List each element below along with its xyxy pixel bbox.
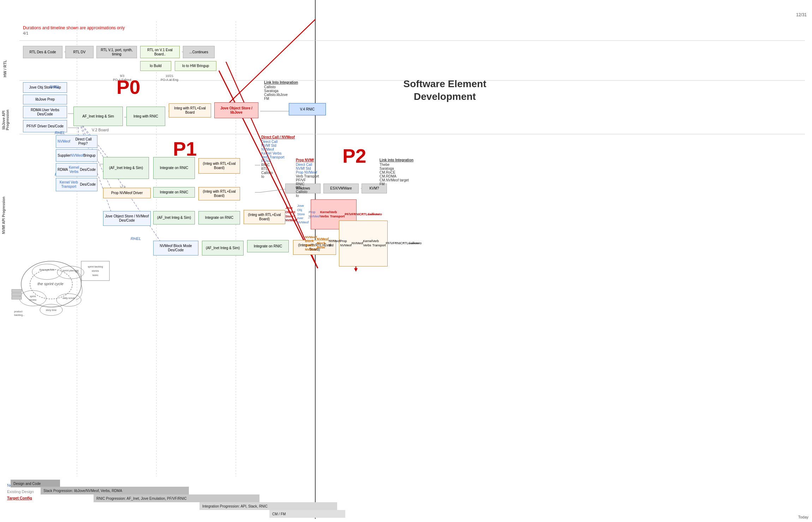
svg-text:backlog...: backlog...: [14, 314, 25, 317]
esx-vmware-box: ESX/VMWare: [323, 184, 359, 193]
svg-text:the sprint cycle: the sprint cycle: [37, 282, 63, 286]
hw-rtl-label: HW / RTL: [3, 51, 7, 86]
integ-rtl-eval-libjove-box: Integ with RTL+Eval Board: [169, 103, 211, 118]
svg-text:daily scrum: daily scrum: [62, 297, 75, 300]
legend-bar-design-code: Design and Code: [11, 480, 60, 487]
link-integration-libjove: Link Into Integration Callisto Saratoga …: [264, 80, 298, 101]
legend-target-config: Target Config: [7, 496, 32, 500]
rtl-v1-box: RTL V.1, port, synth, timing: [96, 46, 137, 58]
nvmf-label: NVMf API Progression: [2, 166, 6, 265]
integrate-rnic-p1-box: Integrate on RNIC: [153, 157, 195, 179]
legend-bar-integration: Integration Progression: API, Stack, RNI…: [199, 502, 337, 510]
supplier-nvmeof-box: Supplier NVMeof Bringup: [56, 149, 97, 162]
rtl-eval-board-box: RTL on V.1 Eval Board..: [140, 46, 180, 58]
io-build-box: Io Build: [140, 61, 171, 71]
af-inet-sim-p4-box: (AF_Inet Integ & Sim): [202, 241, 244, 256]
rtl-des-code-box: RTL Des & Code: [23, 46, 62, 58]
nvmeof-block-result-box: NVMeof Block Mode / NVMeof NVMeof Block …: [339, 221, 388, 266]
rdma-kernel-verbs-box: RDMA Kernel Verbs Des/Code: [56, 163, 97, 176]
integ-rtl-eval-p2-box: (Integ with RTL+Eval Board): [198, 187, 240, 200]
libjove-prep-box: libJove Prep: [23, 95, 67, 104]
rhel-label-1: RHEL: [49, 85, 60, 89]
integrate-rnic-p4-box: Integrate on RNIC: [247, 240, 289, 252]
kernel-verb-transport-box: Kernel Verb Transport Des/Code: [56, 178, 97, 191]
af-inet-sim-p3-box: (AF_Inet Integ & Sim): [153, 211, 195, 224]
af-inet-sim-box: AF_Inet Integ & Sim: [73, 107, 123, 126]
rdma-user-verbs-box: RDMA User Verbs Des/Code: [23, 106, 67, 118]
jove-obj-store-prep-box: Jove Obj Store Prep: [23, 82, 67, 93]
integ-rnic-libjove-box: Integ with RNIC: [126, 107, 165, 126]
p0-date-2: 10/21PO-A at Eng: [161, 74, 178, 82]
sw-element-dev-title: Software Element Development: [395, 78, 494, 103]
svg-text:sprint backlog: sprint backlog: [88, 265, 103, 268]
p2-link-integration: Link into Integration Thebe Saratoga CM.…: [380, 158, 413, 186]
svg-text:product: product: [14, 310, 22, 313]
svg-text:story time: story time: [46, 309, 56, 312]
direct-call-nvmeof-box: Direct Call / NVMeof Direct Call NVMf St…: [261, 135, 295, 179]
rtl-dv-box: RTL DV: [65, 46, 94, 58]
svg-rect-71: [12, 296, 22, 299]
v2-board-label: V.2 Board: [92, 128, 109, 132]
legend-bar-rnic: RNIC Progression: AF_Inet, Jove Emulatio…: [94, 494, 259, 502]
nvmeof-block-mode-box: NVMeof Block Mode Des/Code: [153, 241, 198, 256]
integrate-rnic-p2-box: Integrate on RNIC: [153, 187, 195, 198]
svg-point-62: [56, 294, 81, 306]
svg-text:Retrospective: Retrospective: [40, 269, 55, 271]
disclaimer-text: Durations and timeline shown are approxi…: [23, 25, 125, 30]
libjove-label: libJove APIProgression: [2, 95, 10, 145]
start-date-label: 4/1: [23, 31, 28, 35]
date-label-12-31: 12/31: [796, 12, 807, 17]
svg-point-51: [19, 290, 46, 306]
legend-bar-cm-fm: CM / FM: [269, 510, 345, 518]
nvmeof-direct-call-box: NVMeof Direct Call Prep?: [56, 135, 97, 148]
prop-nvmf-box: Prop NVMf Direct Call NVMf Std Prop NVMe…: [296, 158, 319, 198]
svg-point-56: [57, 266, 84, 279]
svg-text:tasks: tasks: [92, 274, 98, 276]
jove-obj-store-libjove-box: Jove Object Store / libJove: [214, 102, 258, 118]
io-hw-bringup-box: Io to HW Bringup: [175, 61, 216, 71]
integ-rtl-eval-p1-box: (Integ with RTL+Eval Board): [198, 158, 240, 174]
rhel-label-2: RHEL: [55, 131, 65, 135]
p2-label: P2: [342, 145, 366, 167]
prop-nvmeof-driver-box: Prop NVMeof Driver: [103, 188, 151, 198]
svg-text:stories: stories: [92, 270, 99, 272]
svg-rect-69: [12, 289, 22, 292]
svg-text:sprint: sprint: [30, 295, 36, 298]
continues-box: ...Continues: [183, 46, 215, 58]
integ-rtl-eval-p3-box: (Integ with RTL+Eval Board): [244, 210, 285, 224]
legend-existing-design: Existing Design: [7, 490, 34, 494]
svg-text:review: review: [29, 299, 37, 301]
integrate-rnic-p3-box: Integrate on RNIC: [198, 211, 240, 224]
sprint-diagram: sprint review Retrospective sprint plann…: [9, 222, 132, 332]
af-inet-sim-p1-box: (AF_Inet Integ & Sim): [103, 157, 149, 179]
legend-bar-stack: Stack Progression: libJove/NVMeof, Verbs…: [41, 487, 189, 494]
svg-marker-48: [354, 268, 358, 272]
svg-rect-70: [12, 293, 22, 296]
p0-label: P0: [117, 76, 140, 98]
today-label: Today: [798, 515, 808, 519]
v4-rnic-box: V.4 RNIC: [289, 103, 326, 115]
